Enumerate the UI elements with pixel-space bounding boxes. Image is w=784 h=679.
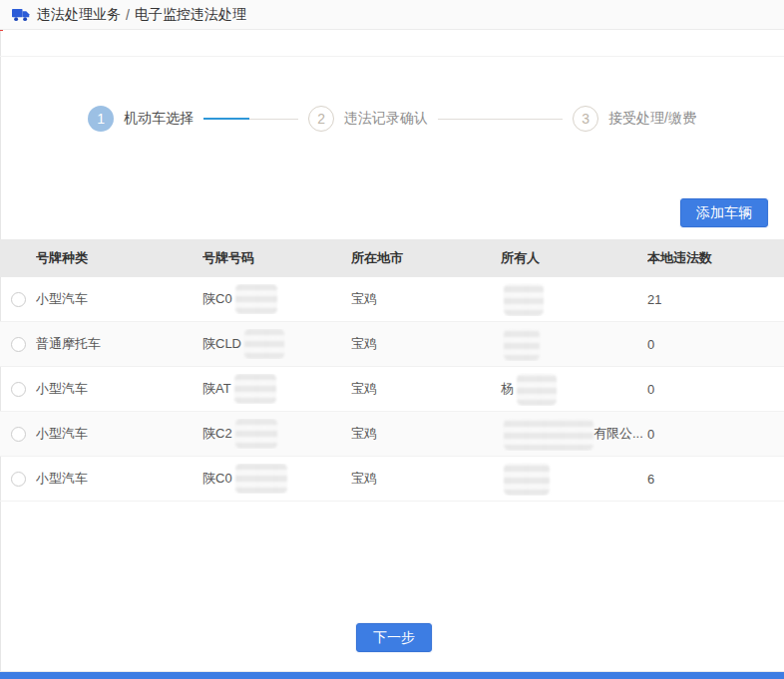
vehicle-radio[interactable] <box>11 472 26 487</box>
redaction-blur <box>504 283 544 316</box>
redaction-blur <box>504 463 550 496</box>
owner-prefix-text: 杨 <box>501 380 514 398</box>
radio-cell <box>0 472 36 487</box>
header-owner: 所有人 <box>501 249 647 267</box>
footer-accent-bar <box>0 671 784 679</box>
breadcrumb-current: 电子监控违法处理 <box>135 6 246 24</box>
breadcrumb-separator: / <box>126 7 130 23</box>
wizard-stepper: 1 机动车选择 2 违法记录确认 3 接受处理/缴费 <box>88 106 696 132</box>
owner-cell <box>501 328 647 361</box>
step-2-circle: 2 <box>308 106 334 132</box>
plate-type-cell: 普通摩托车 <box>36 335 202 353</box>
wizard-stepper-section: 1 机动车选择 2 违法记录确认 3 接受处理/缴费 <box>0 56 784 180</box>
table-row[interactable]: 小型汽车 陕C0 宝鸡 6 <box>0 457 784 502</box>
step-vehicle-select: 1 机动车选择 <box>88 106 194 132</box>
header-plate-type: 号牌种类 <box>36 249 202 267</box>
radio-cell <box>0 427 36 442</box>
breadcrumb-section[interactable]: 违法处理业务 <box>37 6 121 24</box>
radio-cell <box>0 337 36 352</box>
plate-type-cell: 小型汽车 <box>36 290 202 308</box>
step-3-circle: 3 <box>573 106 598 132</box>
table-header-row: 号牌种类 号牌号码 所在地市 所有人 本地违法数 <box>0 239 784 277</box>
step-accept-pay: 3 接受处理/缴费 <box>573 106 696 132</box>
plate-prefix-text: 陕C0 <box>202 290 232 308</box>
radio-cell <box>0 292 36 307</box>
redaction-blur <box>234 374 276 404</box>
plate-number-cell: 陕C0 <box>202 464 351 494</box>
redaction-blur <box>517 373 557 406</box>
vehicle-table: 号牌种类 号牌号码 所在地市 所有人 本地违法数 小型汽车 陕C0 宝鸡 21 … <box>0 239 784 502</box>
plate-prefix-text: 陕CLD <box>202 335 241 353</box>
table-row[interactable]: 小型汽车 陕C0 宝鸡 21 <box>0 277 784 322</box>
header-plate-number: 号牌号码 <box>202 249 351 267</box>
plate-prefix-text: 陕C2 <box>202 425 232 443</box>
violation-processing-page: 违法处理业务 / 电子监控违法处理 1 机动车选择 2 违法记录确认 3 接受 <box>0 0 784 679</box>
add-vehicle-button[interactable]: 添加车辆 <box>680 198 768 227</box>
redaction-blur <box>504 328 540 361</box>
progress-line-done <box>203 118 249 120</box>
owner-cell <box>501 283 647 316</box>
table-row[interactable]: 小型汽车 陕AT 宝鸡 杨 0 <box>0 367 784 412</box>
owner-cell: 有限公... <box>501 418 647 451</box>
city-cell: 宝鸡 <box>351 380 501 398</box>
plate-prefix-text: 陕AT <box>202 380 231 398</box>
radio-cell <box>0 382 36 397</box>
city-cell: 宝鸡 <box>351 335 501 353</box>
step-1-circle: 1 <box>88 106 114 132</box>
table-row[interactable]: 小型汽车 陕C2 宝鸡 有限公... 0 <box>0 412 784 457</box>
plate-number-cell: 陕C2 <box>202 419 351 449</box>
redaction-blur <box>235 419 277 449</box>
city-cell: 宝鸡 <box>351 290 501 308</box>
step-2-label: 违法记录确认 <box>344 110 428 128</box>
redaction-blur <box>504 418 593 451</box>
step-connector-2 <box>438 119 563 120</box>
plate-number-cell: 陕C0 <box>202 284 351 314</box>
city-cell: 宝鸡 <box>351 425 501 443</box>
header-local-violations: 本地违法数 <box>647 249 784 267</box>
next-step-button[interactable]: 下一步 <box>356 623 432 652</box>
plate-type-cell: 小型汽车 <box>36 470 202 488</box>
owner-cell <box>501 463 647 496</box>
plate-type-cell: 小型汽车 <box>36 425 202 443</box>
step-violation-confirm: 2 违法记录确认 <box>308 106 428 132</box>
step-1-label: 机动车选择 <box>124 110 194 128</box>
plate-number-cell: 陕AT <box>202 374 351 404</box>
table-row[interactable]: 普通摩托车 陕CLD 宝鸡 0 <box>0 322 784 367</box>
truck-icon <box>12 8 30 22</box>
step-3-label: 接受处理/缴费 <box>608 110 696 128</box>
owner-cell: 杨 <box>501 373 647 406</box>
violations-cell: 0 <box>647 382 784 397</box>
header-city: 所在地市 <box>351 249 501 267</box>
plate-type-cell: 小型汽车 <box>36 380 202 398</box>
redaction-blur <box>235 464 287 494</box>
plate-prefix-text: 陕C0 <box>202 470 232 488</box>
step-connector-1 <box>203 118 298 120</box>
redaction-blur <box>244 329 284 359</box>
owner-suffix-text: 有限公... <box>593 425 643 443</box>
violations-cell: 0 <box>647 337 784 352</box>
violations-cell: 0 <box>647 427 784 442</box>
redaction-blur <box>235 284 277 314</box>
breadcrumb: 违法处理业务 / 电子监控违法处理 <box>0 0 784 30</box>
violations-cell: 6 <box>647 472 784 487</box>
vehicle-radio[interactable] <box>11 382 26 397</box>
city-cell: 宝鸡 <box>351 470 501 488</box>
progress-line-rest <box>249 119 298 120</box>
vehicle-radio[interactable] <box>11 427 26 442</box>
progress-line-pending <box>438 119 563 120</box>
violations-cell: 21 <box>647 292 784 307</box>
vehicle-radio[interactable] <box>11 292 26 307</box>
vehicle-radio[interactable] <box>11 337 26 352</box>
plate-number-cell: 陕CLD <box>202 329 351 359</box>
